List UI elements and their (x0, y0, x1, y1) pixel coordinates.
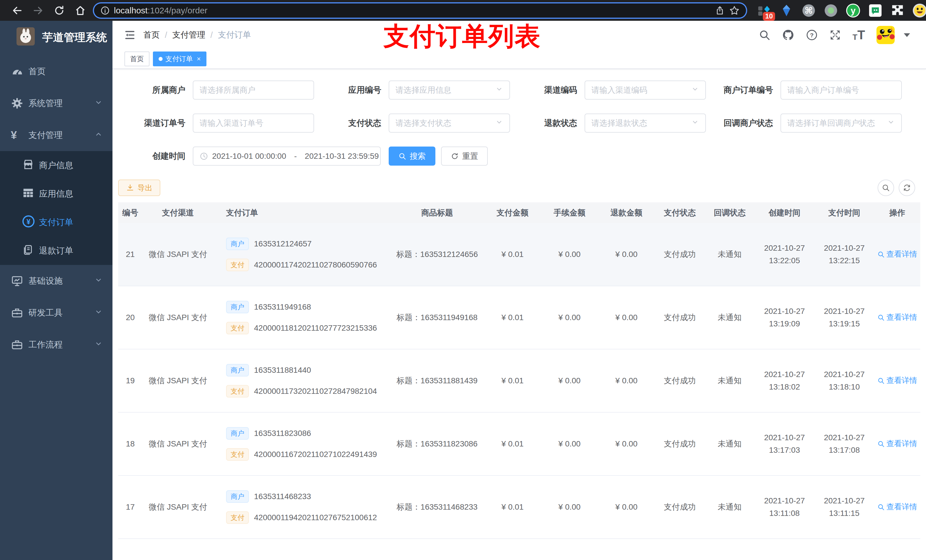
view-detail-link[interactable]: 查看详情 (877, 248, 917, 260)
profile-emoji-avatar[interactable] (912, 3, 926, 18)
cell-notify: 未通知 (705, 413, 755, 475)
notify-status-input[interactable] (787, 119, 885, 128)
channel-order-no-input[interactable] (200, 119, 307, 128)
url-path: :1024/pay/order (147, 6, 207, 15)
extension-record-icon[interactable] (823, 3, 838, 18)
help-icon[interactable]: ? (806, 29, 818, 41)
github-icon[interactable] (782, 29, 794, 41)
merchant-select-input[interactable] (200, 86, 307, 95)
chevron-down-icon (691, 118, 699, 128)
extension-grid-icon[interactable]: 10 (757, 3, 772, 18)
breadcrumb-home[interactable]: 首页 (143, 29, 160, 41)
cell-refund: ¥ 0.00 (598, 349, 655, 412)
url-text[interactable]: localhost:1024/pay/order (114, 6, 711, 15)
reset-button[interactable]: 重置 (441, 146, 488, 166)
extension-gem-icon[interactable] (779, 3, 794, 18)
sidebar-item-workflow[interactable]: 工作流程 (0, 329, 112, 361)
share-icon[interactable] (715, 5, 725, 16)
channel-code-input[interactable] (592, 86, 689, 95)
browser-reload-icon[interactable] (50, 3, 68, 18)
table-row[interactable]: 21 微信 JSAPI 支付 商户1635312124657 支付4200001… (118, 223, 920, 286)
search-button[interactable]: 搜索 (389, 146, 436, 166)
cell-amount: ¥ 0.01 (484, 286, 541, 349)
app-select[interactable] (389, 80, 510, 100)
sidebar-item-pay-order[interactable]: ¥ 支付订单 (0, 208, 112, 237)
merchant-order-no-input[interactable] (787, 86, 895, 95)
export-button[interactable]: 导出 (118, 180, 160, 196)
close-icon[interactable]: × (197, 55, 201, 63)
channel-order-no-field[interactable] (193, 113, 314, 133)
sidebar-item-system[interactable]: 系统管理 (0, 88, 112, 119)
merchant-order-no-field[interactable] (781, 80, 902, 100)
font-size-icon[interactable]: TT (853, 29, 865, 41)
view-detail-link[interactable]: 查看详情 (877, 438, 917, 450)
cell-id (118, 539, 142, 560)
refresh-icon[interactable] (899, 180, 915, 196)
extension-chat-icon[interactable] (868, 3, 883, 18)
table-row[interactable]: 19 微信 JSAPI 支付 商户1635311881440 支付4200001… (118, 349, 920, 413)
filter-label: 创建时间 (118, 151, 193, 162)
cell-amount: ¥ 0.01 (484, 413, 541, 475)
pay-status-select[interactable] (389, 113, 510, 133)
filter-label: 支付状态 (314, 118, 389, 129)
browser-forward-icon[interactable] (29, 3, 47, 18)
col-header-notify: 回调状态 (705, 207, 755, 219)
merchant-select[interactable] (193, 80, 314, 100)
sidebar-item-infra[interactable]: 基础设施 (0, 265, 112, 297)
breadcrumb-pay[interactable]: 支付管理 (172, 29, 205, 41)
cell-order: 商户1635311354796 (213, 539, 390, 560)
view-detail-link[interactable]: 查看详情 (877, 501, 917, 513)
tab-home[interactable]: 首页 (124, 51, 150, 66)
merchant-tag: 商户 (226, 238, 249, 250)
cell-create-time: 2021-10-2713:11:08 (755, 476, 814, 538)
table-row[interactable]: 17 微信 JSAPI 支付 商户1635311468233 支付4200001… (118, 476, 920, 539)
sidebar-item-merchant-info[interactable]: 商户信息 (0, 151, 112, 180)
extensions-puzzle-icon[interactable] (890, 3, 905, 18)
tab-pay-order[interactable]: 支付订单 × (153, 51, 206, 66)
sidebar-fold-icon[interactable] (121, 26, 139, 44)
date-range-picker[interactable]: 2021-10-01 00:00:00 - 2021-10-31 23:59:5… (193, 146, 381, 166)
view-detail-link[interactable]: 查看详情 (877, 312, 917, 323)
cell-fee: ¥ 0.00 (541, 349, 598, 412)
cell-pay-time: 2021-10-2713:11:15 (814, 476, 874, 538)
refund-status-input[interactable] (592, 119, 689, 128)
cell-refund: ¥ 0.00 (598, 223, 655, 286)
cell-title: 标题：1635312124656 (390, 223, 484, 286)
pay-status-input[interactable] (395, 119, 493, 128)
sidebar-item-pay[interactable]: ¥ 支付管理 (0, 119, 112, 151)
bookmark-star-icon[interactable] (729, 5, 740, 16)
user-avatar[interactable] (876, 26, 895, 44)
sidebar-item-home[interactable]: 首页 (0, 56, 112, 88)
sidebar-item-app-info[interactable]: 应用信息 (0, 180, 112, 208)
col-header-pay-time: 支付时间 (814, 207, 874, 219)
search-icon[interactable] (758, 29, 770, 41)
cell-actions: 查看详情 (874, 349, 920, 412)
sidebar-item-refund-order[interactable]: 退款订单 (0, 237, 112, 265)
channel-code-select[interactable] (585, 80, 706, 100)
refund-status-select[interactable] (585, 113, 706, 133)
app-select-input[interactable] (395, 86, 493, 95)
fullscreen-icon[interactable] (829, 29, 841, 41)
sidebar-logo[interactable]: 芋道管理系统 (0, 21, 112, 54)
site-info-icon[interactable] (100, 6, 110, 15)
extension-y-icon[interactable]: y (846, 3, 861, 18)
toggle-search-icon[interactable] (878, 180, 894, 196)
notify-status-select[interactable] (781, 113, 902, 133)
table-row[interactable]: 商户1635311354796 (118, 539, 920, 560)
address-bar[interactable]: localhost:1024/pay/order (94, 3, 746, 18)
table-row[interactable]: 20 微信 JSAPI 支付 商户1635311949168 支付4200001… (118, 286, 920, 349)
browser-home-icon[interactable] (71, 3, 89, 18)
extension-command-icon[interactable]: ⌘ (801, 3, 816, 18)
filter-form: 所属商户 应用编号 (118, 80, 920, 166)
table-row[interactable]: 18 微信 JSAPI 支付 商户1635311823086 支付4200001… (118, 413, 920, 476)
reset-button-label: 重置 (462, 151, 478, 162)
sidebar-item-dev-tools[interactable]: 研发工具 (0, 297, 112, 329)
avatar-caret-icon[interactable] (904, 33, 910, 37)
pay-tag: 支付 (226, 322, 249, 334)
sidebar-item-label: 退款订单 (39, 245, 73, 257)
chevron-down-icon (495, 118, 503, 128)
browser-back-icon[interactable] (8, 3, 26, 18)
cell-refund: ¥ 0.00 (598, 476, 655, 538)
view-detail-link[interactable]: 查看详情 (877, 375, 917, 387)
cell-actions: 查看详情 (874, 476, 920, 538)
